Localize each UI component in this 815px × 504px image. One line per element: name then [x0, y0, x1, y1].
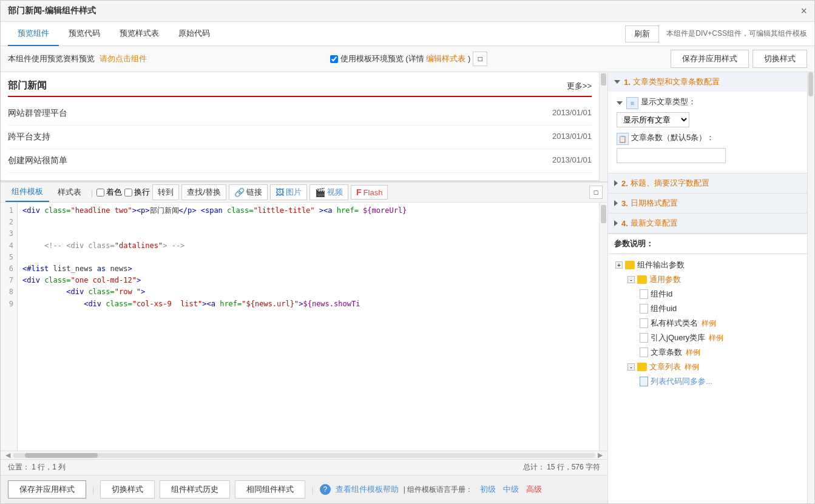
tab-preview-code[interactable]: 预览代码	[59, 22, 110, 46]
goto-button[interactable]: 转到	[152, 184, 179, 200]
similar-style-btn[interactable]: 相同组件样式	[235, 480, 305, 499]
help-level-mid[interactable]: 中级	[503, 484, 519, 495]
article-type-label: 显示文章类型：	[641, 96, 696, 107]
wrap-checkbox-item[interactable]: 换行	[124, 187, 150, 198]
tree-label-class-name: 私有样式类名	[651, 318, 698, 329]
style-history-btn[interactable]: 组件样式历史	[160, 480, 230, 499]
tree-expand-root[interactable]: +	[615, 261, 623, 269]
template-env-checkbox[interactable]	[330, 55, 338, 63]
config-section-3-header[interactable]: 3. 日期格式配置	[608, 193, 807, 213]
image-button[interactable]: 🖼 图片	[270, 184, 307, 200]
refresh-button[interactable]: 刷新	[625, 25, 659, 42]
total-info: 总计： 15 行，576 字符	[523, 462, 600, 472]
tree-item-root[interactable]: + 组件输出参数	[613, 258, 802, 272]
code-area[interactable]: 1 2 3 4 5 6 7 8 9 <div class="headline t…	[1, 203, 607, 451]
tree-label-list-code: 列表代码同多参...	[651, 376, 712, 387]
color-label: 着色	[106, 187, 122, 198]
tree-label-comp-uid: 组件uid	[651, 303, 677, 314]
save-apply-top-button[interactable]: 保存并应用样式	[671, 50, 749, 68]
preview-item-date-1: 2013/01/01	[552, 132, 592, 143]
tree-label-comp-id: 组件id	[651, 289, 672, 300]
help-level-advanced[interactable]: 高级	[526, 484, 542, 495]
preview-data-label: 本组件使用预览资料预览	[8, 53, 95, 64]
tree-item-article-count[interactable]: 文章条数 样例	[637, 345, 802, 360]
flash-button[interactable]: F Flash	[351, 185, 388, 200]
sample-link-jquery[interactable]: 样例	[709, 333, 723, 343]
config-section-4: 4. 最新文章配置	[608, 213, 807, 234]
config-section-1-body: ≡ 显示文章类型： 显示所有文章	[608, 92, 807, 173]
right-scrollbar[interactable]	[807, 72, 814, 503]
edit-style-link[interactable]: 编辑样式表	[426, 54, 465, 63]
tree-item-class-name[interactable]: 私有样式类名 样例	[637, 316, 802, 331]
section-4-num: 4.	[621, 219, 628, 228]
template-env-area: 使用模板环境预览 (详情 编辑样式表 ) □	[330, 52, 488, 66]
preview-item-title-1: 跨平台支持	[8, 132, 50, 143]
help-icon[interactable]: ?	[320, 484, 331, 495]
color-checkbox[interactable]	[96, 189, 104, 197]
tree-item-comp-id[interactable]: 组件id	[637, 287, 802, 301]
config-section-4-header[interactable]: 4. 最新文章配置	[608, 213, 807, 233]
tree-item-article-list[interactable]: - 文章列表 样例	[625, 360, 802, 374]
wrap-label: 换行	[134, 187, 150, 198]
tab-preview-component[interactable]: 预览组件	[8, 22, 59, 46]
bottom-save-apply-btn[interactable]: 保存并应用样式	[8, 480, 86, 499]
tree-item-comp-uid[interactable]: 组件uid	[637, 301, 802, 316]
editor-expand-btn[interactable]: □	[589, 186, 603, 199]
help-level-beginner[interactable]: 初级	[480, 484, 496, 495]
find-replace-button[interactable]: 查找/替换	[181, 184, 226, 200]
line-numbers: 1 2 3 4 5 6 7 8 9	[1, 203, 18, 451]
sample-link-article-count[interactable]: 样例	[686, 348, 700, 358]
close-button[interactable]: ×	[800, 5, 807, 16]
config-top: 1. 文章类型和文章条数配置 ≡ 显示文章类型：	[608, 72, 807, 234]
image-icon: 🖼	[276, 187, 284, 197]
tree-item-jquery[interactable]: 引入jQuery类库 样例	[637, 331, 802, 345]
tree-item-general[interactable]: - 通用参数	[625, 272, 802, 287]
right-panel-inner: 1. 文章类型和文章条数配置 ≡ 显示文章类型：	[608, 72, 814, 503]
editor-tab-template[interactable]: 组件模板	[5, 183, 49, 202]
status-bar: 位置： 1 行，1 列 总计： 15 行，576 字符	[1, 459, 607, 475]
article-count-label: 文章条数（默认5条）：	[631, 132, 714, 143]
code-content[interactable]: <div class="headline two"><p>部门新闻</p> <s…	[18, 203, 599, 451]
cursor-position: 位置： 1 行，1 列	[8, 462, 66, 472]
tree-label-jquery: 引入jQuery类库	[651, 332, 705, 343]
tree-expand-article-list[interactable]: -	[627, 363, 635, 371]
config-section-2-header[interactable]: 2. 标题、摘要汉字数配置	[608, 173, 807, 193]
help-prefix: | 组件模板语言手册：	[404, 485, 473, 495]
file-icon-jquery	[640, 333, 648, 343]
sample-link-article-list[interactable]: 样例	[685, 362, 699, 372]
config-section-1-header[interactable]: 1. 文章类型和文章条数配置	[608, 72, 807, 92]
link-button[interactable]: 🔗 链接	[229, 184, 268, 200]
section-1-num: 1.	[624, 78, 631, 87]
horizontal-scrollbar[interactable]: ◀ ▶	[1, 451, 607, 459]
article-type-select[interactable]: 显示所有文章	[617, 112, 689, 127]
help-link[interactable]: 查看组件模板帮助	[336, 484, 399, 495]
video-icon: 🎬	[315, 187, 325, 197]
preview-item-date-0: 2013/01/01	[552, 108, 592, 119]
switch-style-top-button[interactable]: 切换样式	[752, 50, 807, 68]
section-4-title: 最新文章配置	[631, 218, 678, 229]
tree-expand-general[interactable]: -	[627, 276, 635, 283]
color-checkbox-item[interactable]: 着色	[96, 187, 122, 198]
preview-list: 网站群管理平台 2013/01/01 跨平台支持 2013/01/01 创建网站…	[8, 102, 592, 173]
expand-preview-btn[interactable]: □	[473, 52, 487, 66]
article-count-input[interactable]: 10	[617, 148, 726, 163]
tab-source-code[interactable]: 原始代码	[169, 22, 220, 46]
video-button[interactable]: 🎬 视频	[309, 184, 348, 200]
file-icon-comp-id	[640, 289, 648, 299]
preview-more-link[interactable]: 更多>>	[567, 81, 592, 92]
editor-tab-style[interactable]: 样式表	[52, 183, 87, 201]
h-scroll-track[interactable]	[13, 453, 595, 458]
preview-item-title-0: 网站群管理平台	[8, 108, 67, 119]
bottom-switch-style-btn[interactable]: 切换样式	[100, 480, 155, 499]
tree-label-article-list: 文章列表	[649, 361, 681, 372]
tree-item-list-code[interactable]: 列表代码同多参...	[637, 374, 802, 389]
tab-preview-style[interactable]: 预览样式表	[110, 22, 169, 46]
triangle-right-icon-4	[614, 220, 618, 226]
file-icon-article-count	[640, 348, 648, 357]
link-icon: 🔗	[234, 187, 245, 197]
sample-link-class-name[interactable]: 样例	[702, 318, 716, 329]
wrap-checkbox[interactable]	[124, 189, 132, 197]
h-scroll-thumb[interactable]	[25, 453, 98, 458]
folder-icon-root	[625, 261, 635, 269]
section-2-num: 2.	[621, 179, 628, 188]
